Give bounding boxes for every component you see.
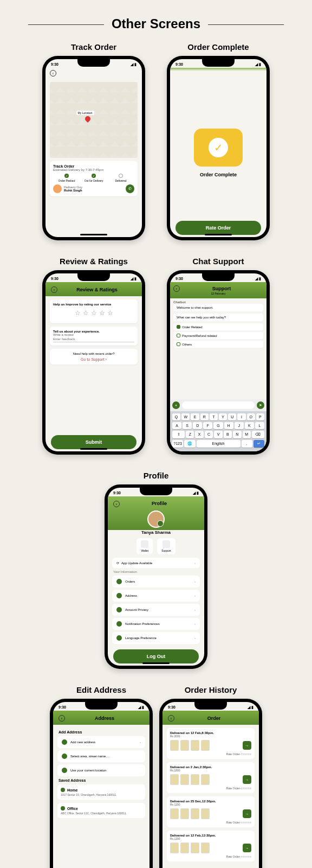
page-title: Other Screens xyxy=(0,16,312,31)
screen-label-history: Order History xyxy=(185,685,237,694)
step-dot-delivered xyxy=(119,174,123,178)
track-eta: Estimated Delivery by 7:30-7:45pm xyxy=(53,168,134,171)
chat-message: Welcome to chat support. xyxy=(173,304,263,311)
order-item[interactable]: Delivered on 12 Feb,8:30pm. Rs.2000 → Ra… xyxy=(167,728,255,759)
product-thumb xyxy=(170,740,179,751)
order-item[interactable]: Delivered on 25 Dec,12:30pm. Rs.1200 → R… xyxy=(167,796,255,827)
step-dot-out: ✓ xyxy=(92,174,96,178)
language-row[interactable]: Language Preference› xyxy=(112,632,200,644)
support-icon xyxy=(162,540,170,548)
map-pin-icon xyxy=(84,115,92,123)
edit-badge-icon xyxy=(157,520,164,527)
step-label: Order Packed xyxy=(58,179,75,182)
chat-option-others[interactable]: Others xyxy=(173,341,263,348)
phone-review: 9:30◢ ▮ ‹ Review & Ratings Help us Impro… xyxy=(42,270,145,455)
rate-order-link[interactable]: Rate Order-☆☆☆☆☆ xyxy=(170,752,251,756)
plus-icon xyxy=(62,739,67,745)
screen-label-complete: Order Complete xyxy=(187,42,249,52)
send-button[interactable]: ➤ xyxy=(257,401,264,409)
order-item[interactable]: Delivered on 2 Jan,2:30pm. Rs.1800 → Rat… xyxy=(167,762,255,793)
product-thumb xyxy=(170,774,179,785)
star-icon[interactable]: ☆ xyxy=(107,309,113,317)
attach-button[interactable]: + xyxy=(172,401,180,409)
chat-message: What can we help you with today? xyxy=(173,314,263,321)
back-icon[interactable]: ‹ xyxy=(113,501,120,507)
reorder-button[interactable]: → xyxy=(243,741,251,750)
spacebar[interactable]: English xyxy=(197,440,240,448)
support-button[interactable]: Support xyxy=(157,538,176,554)
header-title: Review & Ratings xyxy=(57,287,136,292)
phone-history: 9:30◢ ▮ ‹Order Delivered on 12 Feb,8:30p… xyxy=(159,699,262,868)
check-icon: ✓ xyxy=(209,138,228,157)
star-icon[interactable]: ☆ xyxy=(91,309,97,317)
add-new-address-row[interactable]: Add new address› xyxy=(57,736,145,748)
logout-button[interactable]: Log Out xyxy=(113,649,199,663)
product-thumb xyxy=(170,808,179,819)
back-icon[interactable]: ‹ xyxy=(51,286,57,293)
delivery-avatar xyxy=(53,184,62,193)
help-text: Need help with recent order? xyxy=(53,352,134,355)
delivery-guy-name: Rohit Singh xyxy=(64,189,82,192)
order-complete-title: Order Complete xyxy=(200,172,237,177)
star-icon[interactable]: ☆ xyxy=(83,309,89,317)
step-dot-packed: ✓ xyxy=(64,174,69,178)
back-icon[interactable]: ‹ xyxy=(168,715,174,722)
orders-row[interactable]: Orders› xyxy=(112,576,200,588)
profile-avatar[interactable] xyxy=(147,510,165,528)
reorder-button[interactable]: → xyxy=(243,809,251,818)
profile-name: Tanya Sharma xyxy=(108,530,204,535)
product-thumb xyxy=(201,843,210,853)
section-label: Your Information xyxy=(113,570,199,573)
message-input[interactable] xyxy=(182,401,255,409)
track-title: Track Order xyxy=(53,164,134,168)
star-rating[interactable]: ☆☆☆☆☆ xyxy=(53,309,134,317)
app-update-row[interactable]: ⟳App Update Available› xyxy=(112,558,200,568)
screen-label-address: Edit Address xyxy=(76,685,126,694)
home-address-card[interactable]: Home 1017 Sector 10, Chandigarh, Haryana… xyxy=(57,784,145,800)
address-row[interactable]: Address› xyxy=(112,590,200,602)
back-icon[interactable]: ‹ xyxy=(173,285,180,292)
back-icon[interactable]: ‹ xyxy=(50,70,56,76)
rate-order-button[interactable]: Rate Order xyxy=(176,221,261,235)
phone-profile: 9:30◢ ▮ ‹Profile Tanya Sharma Wallet Sup… xyxy=(105,484,207,669)
feedback-input[interactable] xyxy=(53,336,134,342)
office-address-card[interactable]: Office ABC Office, Sector 11C, Chandigar… xyxy=(57,803,145,818)
reorder-button[interactable]: → xyxy=(243,775,251,784)
order-item[interactable]: Delivered on 12 Feb,12:30pm. Rs.1200 → R… xyxy=(167,831,255,861)
order-price: Rs.1800 xyxy=(170,769,251,772)
rate-order-link[interactable]: Rate Order-☆☆☆☆☆ xyxy=(170,821,251,824)
phone-chat: 9:30◢ ▮ ‹Support 12 February Chatbot Wel… xyxy=(167,270,270,455)
screen-label-chat: Chat Support xyxy=(193,257,244,266)
select-area-row[interactable]: Select area, street name,… xyxy=(57,750,145,762)
keyboard[interactable]: QWERTYUIOP ASDFGHJKL ⇧ZXCVBNM⌫ ?123🌐Engl… xyxy=(170,411,266,451)
back-icon[interactable]: ‹ xyxy=(58,715,65,722)
rate-order-link[interactable]: Rate Order-☆☆☆☆☆ xyxy=(170,787,251,790)
screen-label-profile: Profile xyxy=(144,471,169,480)
submit-button[interactable]: Submit xyxy=(51,435,136,449)
screen-label-track: Track Order xyxy=(71,42,116,52)
chat-option-order[interactable]: Order Related xyxy=(173,323,263,330)
screen-label-review: Review & Ratings xyxy=(60,257,128,266)
notifications-row[interactable]: Notification Preferences› xyxy=(112,618,200,630)
privacy-row[interactable]: Account Privacy› xyxy=(112,604,200,616)
product-thumb xyxy=(180,843,189,853)
chat-option-payment[interactable]: Payment/Refund related xyxy=(173,332,263,339)
reorder-button[interactable]: → xyxy=(243,844,251,852)
step-label: Delivered xyxy=(115,179,126,182)
wallet-button[interactable]: Wallet xyxy=(136,538,153,554)
wallet-icon xyxy=(141,540,148,548)
rate-order-link[interactable]: Rate Order-☆☆☆☆☆ xyxy=(170,855,251,858)
map[interactable]: My Location xyxy=(50,82,138,158)
chat-input-bar: + ➤ xyxy=(170,399,266,411)
star-icon[interactable]: ☆ xyxy=(75,309,81,317)
status-time: 9:30 xyxy=(51,62,58,66)
star-icon[interactable]: ☆ xyxy=(99,309,105,317)
product-thumb xyxy=(180,808,189,819)
gps-icon xyxy=(62,768,67,773)
product-thumb xyxy=(191,740,199,751)
saved-address-section: Saved Address xyxy=(58,778,144,782)
call-button[interactable]: ✆ xyxy=(126,184,134,193)
use-location-row[interactable]: Use your current location xyxy=(57,764,145,776)
office-address-text: ABC Office, Sector 11C, Chandigarh, Hary… xyxy=(61,812,142,815)
support-link[interactable]: Go to Support › xyxy=(53,358,134,361)
